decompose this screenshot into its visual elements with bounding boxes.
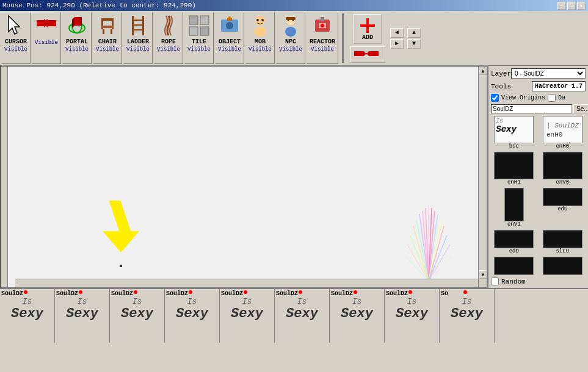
nav-right-button[interactable]: ► (390, 39, 404, 49)
scroll-down-button[interactable]: ▼ (479, 270, 487, 279)
chair-visible[interactable]: Visible (96, 46, 119, 52)
tile-item-0[interactable]: SoulDZIsSexy (0, 289, 55, 343)
object-visible[interactable]: Visible (218, 46, 241, 52)
ladder-visible[interactable]: Visible (126, 46, 150, 52)
svg-point-30 (254, 27, 266, 37)
nav-left-button[interactable]: ◄ (390, 28, 404, 38)
tile-sexy-4: Sexy (231, 306, 263, 321)
reactor-visible[interactable]: Visible (311, 46, 334, 52)
tile-tool[interactable]: TILE Visible (184, 12, 214, 64)
toolbar-separator-1 (342, 13, 344, 63)
tile-is-7: Is (407, 297, 417, 306)
tile-dot-5 (299, 290, 302, 294)
mob-tool[interactable]: MOB Visible (245, 12, 275, 64)
enH1-preview (494, 152, 534, 179)
da-checkbox[interactable] (548, 94, 556, 102)
tile-sexy-3: Sexy (176, 306, 208, 321)
tile-visible[interactable]: Visible (187, 46, 211, 52)
portal-tool[interactable]: PORTAL Visible (62, 12, 92, 64)
connect-icon (35, 14, 58, 37)
thumb-enH1[interactable]: enH1 (491, 152, 537, 185)
svg-point-40 (321, 24, 324, 27)
edD-preview (494, 230, 534, 248)
tile-item-7[interactable]: SoulDZIsSexy (385, 289, 440, 343)
thumb-enV1[interactable]: enV1 (491, 188, 537, 227)
tile-dot-4 (244, 290, 247, 294)
tile-dot-2 (134, 290, 137, 294)
connect-visible[interactable]: Visible (35, 40, 58, 46)
reactor-tool[interactable]: REACTOR Visible (307, 12, 338, 64)
cursor-tool[interactable]: CURSOR Visible (1, 12, 31, 64)
thumb-edU[interactable]: edU (540, 188, 586, 227)
nav-up-button[interactable]: ▲ (407, 28, 421, 38)
view-origins-checkbox[interactable] (491, 94, 499, 102)
tile-item-2[interactable]: SoulDZIsSexy (110, 289, 165, 343)
svg-rect-14 (103, 29, 104, 34)
thumb-enV0[interactable]: enV0 (540, 152, 586, 185)
random-label: Random (501, 278, 526, 285)
maximize-button[interactable]: □ (567, 2, 576, 10)
random-checkbox[interactable] (491, 277, 499, 285)
rope-icon (157, 14, 180, 37)
tile-sexy-2: Sexy (121, 306, 153, 321)
tile-header-8: So (441, 290, 493, 297)
thumb-bsc[interactable]: Is Sexy bsc (491, 116, 537, 149)
mob-visible[interactable]: Visible (249, 46, 272, 52)
canvas-area[interactable]: ▲ ▼ (0, 66, 487, 288)
tile-item-8[interactable]: SoIsSexy (440, 289, 495, 343)
tile-is-6: Is (352, 297, 362, 306)
nav-down-button[interactable]: ▼ (407, 39, 421, 49)
portal-visible[interactable]: Visible (65, 46, 89, 52)
tile-dot-1 (79, 290, 82, 294)
svg-rect-23 (189, 27, 198, 35)
npc-tool[interactable]: NPC Visible (276, 12, 305, 64)
tile-icon (187, 14, 211, 37)
thumb-enH0[interactable]: | SoulDZ enH0 enH0 (540, 116, 586, 149)
svg-marker-50 (103, 231, 139, 252)
view-origins-row: View Origins Da (491, 94, 586, 102)
add-button[interactable]: ADD (354, 14, 382, 44)
thumb-row-1: enH1 enV0 (491, 152, 586, 185)
tile-item-5[interactable]: SoulDZIsSexy (275, 289, 330, 343)
cursor-visible[interactable]: Visible (4, 46, 27, 52)
close-button[interactable]: ✕ (577, 2, 586, 10)
tile-dot-6 (354, 290, 357, 294)
svg-marker-0 (9, 16, 20, 34)
svg-rect-13 (101, 26, 114, 28)
npc-visible[interactable]: Visible (279, 46, 302, 52)
canvas-left-border (1, 66, 8, 287)
rope-visible[interactable]: Visible (157, 46, 180, 52)
chair-tool[interactable]: CHAIR Visible (93, 12, 122, 64)
tile-item-3[interactable]: SoulDZIsSexy (165, 289, 220, 343)
thumb-slLU[interactable]: slLU (540, 230, 586, 254)
bsc-preview: Is Sexy (494, 116, 534, 143)
minimize-button[interactable]: ─ (557, 2, 566, 10)
tools-row: Tools HaCreator 1.7 (491, 81, 586, 91)
horizontal-scrollbar[interactable] (15, 279, 478, 287)
thumb-t2[interactable] (540, 257, 586, 275)
connect-action-button[interactable] (350, 46, 385, 63)
search-button[interactable]: Se... (573, 104, 588, 113)
thumb-row-3: edD slLU (491, 230, 586, 254)
svg-point-26 (226, 22, 233, 29)
title-bar: Mouse Pos: 924,290 (Relative to center: … (0, 0, 588, 11)
rope-tool[interactable]: ROPE Visible (154, 12, 183, 64)
svg-rect-41 (321, 17, 324, 21)
connect-tool[interactable]: Visible (32, 12, 61, 64)
object-tool[interactable]: OBJECT Visible (215, 12, 244, 64)
tile-header-6: SoulDZ (331, 290, 383, 297)
object-label: OBJECT (219, 38, 241, 45)
search-input[interactable] (491, 104, 572, 113)
tile-item-1[interactable]: SoulDZIsSexy (55, 289, 110, 343)
scroll-up-button[interactable]: ▲ (479, 66, 487, 75)
svg-point-36 (288, 20, 289, 21)
thumb-edD[interactable]: edD (491, 230, 537, 254)
vertical-scrollbar[interactable]: ▲ ▼ (478, 66, 487, 287)
svg-rect-9 (79, 17, 82, 26)
layer-select[interactable]: 0 - SoulDZ (511, 68, 586, 79)
ladder-tool[interactable]: LADDER Visible (123, 12, 153, 64)
thumb-t1[interactable] (491, 257, 537, 275)
tile-item-6[interactable]: SoulDZIsSexy (330, 289, 385, 343)
edU-label: edU (557, 206, 567, 212)
tile-item-4[interactable]: SoulDZIsSexy (220, 289, 275, 343)
